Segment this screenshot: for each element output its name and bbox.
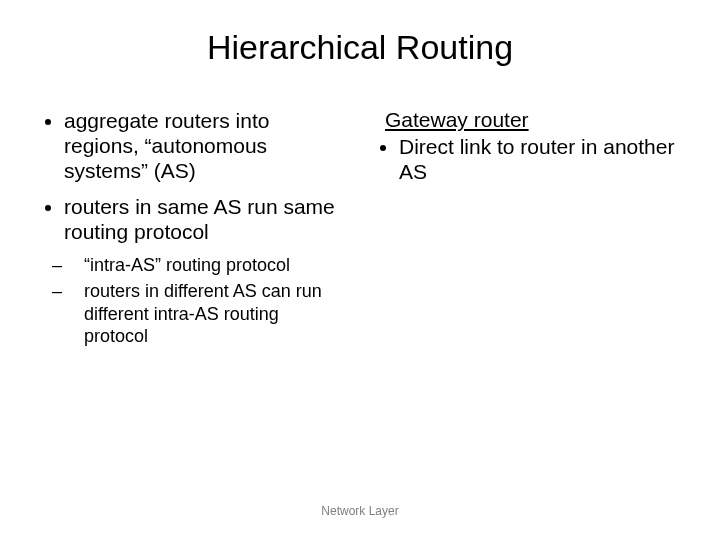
slide: Hierarchical Routing aggregate routers i…: [0, 0, 720, 540]
footer-text: Network Layer: [0, 504, 720, 518]
sub-different-as: – routers in different AS can run differ…: [68, 280, 345, 348]
bullet-aggregate: aggregate routers into regions, “autonom…: [64, 108, 345, 184]
bullet-direct-link: Direct link to router in another AS: [399, 134, 680, 184]
sub-text: “intra-AS” routing protocol: [84, 255, 290, 275]
left-sub-bullets: – “intra-AS” routing protocol – routers …: [40, 254, 345, 348]
gateway-heading: Gateway router: [385, 108, 680, 132]
sub-intra-as: – “intra-AS” routing protocol: [68, 254, 345, 277]
right-bullets: Direct link to router in another AS: [375, 134, 680, 184]
body-area: aggregate routers into regions, “autonom…: [40, 108, 680, 352]
right-column: Gateway router Direct link to router in …: [375, 108, 680, 352]
slide-title: Hierarchical Routing: [0, 28, 720, 67]
left-bullets: aggregate routers into regions, “autonom…: [40, 108, 345, 244]
left-column: aggregate routers into regions, “autonom…: [40, 108, 345, 352]
sub-text: routers in different AS can run differen…: [84, 281, 322, 346]
bullet-same-as: routers in same AS run same routing prot…: [64, 194, 345, 244]
